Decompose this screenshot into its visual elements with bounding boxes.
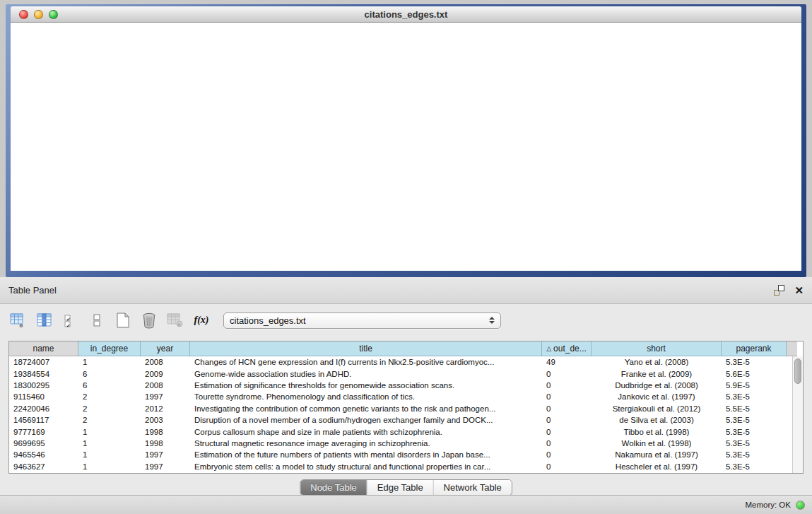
tab-network-table[interactable]: Network Table: [434, 480, 512, 495]
close-panel-icon[interactable]: ✕: [794, 285, 804, 296]
table-row[interactable]: 977716911998Corpus callosum shape and si…: [9, 426, 803, 437]
table-row[interactable]: 969969511998Structural magnetic resonanc…: [9, 438, 803, 449]
cell-in_degree[interactable]: 1: [78, 462, 141, 471]
cell-pagerank[interactable]: 5.3E-5: [722, 358, 787, 366]
cell-name[interactable]: 14569117: [9, 416, 78, 424]
cell-pagerank[interactable]: 5.3E-5: [722, 450, 787, 459]
cell-out_degree[interactable]: 0: [542, 392, 592, 401]
column-header-in_degree[interactable]: in_degree: [78, 341, 141, 356]
table-row[interactable]: 946554611997Estimation of the future num…: [9, 449, 803, 460]
scrollbar-thumb[interactable]: [794, 358, 801, 384]
cell-in_degree[interactable]: 1: [78, 450, 141, 459]
cell-out_degree[interactable]: 0: [542, 404, 592, 413]
cell-out_degree[interactable]: 0: [542, 462, 592, 471]
cell-in_degree[interactable]: 6: [78, 370, 141, 378]
vertical-scrollbar[interactable]: [792, 356, 803, 473]
cell-short[interactable]: Nakamura et al. (1997): [592, 450, 722, 459]
cell-short[interactable]: de Silva et al. (2003): [592, 416, 722, 424]
trash-button[interactable]: [141, 312, 158, 329]
cell-title[interactable]: Disruption of a novel member of a sodium…: [190, 416, 542, 424]
select-rows-checks-icon[interactable]: ✔✔: [62, 312, 79, 329]
cell-in_degree[interactable]: 2: [78, 416, 141, 424]
minimize-window-button[interactable]: [34, 10, 43, 19]
cell-pagerank[interactable]: 5.5E-5: [722, 404, 787, 413]
tab-node-table[interactable]: Node Table: [300, 480, 367, 495]
cell-title[interactable]: Investigating the contribution of common…: [190, 404, 542, 413]
cell-out_degree[interactable]: 0: [542, 416, 592, 424]
cell-name[interactable]: 19384554: [9, 370, 78, 378]
cell-pagerank[interactable]: 5.9E-5: [722, 381, 787, 390]
cell-name[interactable]: 22420046: [9, 404, 78, 413]
cell-name[interactable]: 9777169: [9, 428, 78, 436]
close-window-button[interactable]: [19, 10, 28, 19]
float-panel-icon[interactable]: [774, 285, 784, 296]
cell-in_degree[interactable]: 1: [78, 439, 141, 448]
table-row[interactable]: 911546021997Tourette syndrome. Phenomeno…: [9, 391, 803, 402]
cell-title[interactable]: Embryonic stem cells: a model to study s…: [190, 462, 542, 471]
cell-in_degree[interactable]: 1: [78, 428, 141, 436]
cell-year[interactable]: 2008: [141, 381, 190, 390]
column-header-pagerank[interactable]: pagerank: [722, 341, 787, 356]
cell-out_degree[interactable]: 0: [542, 381, 592, 390]
cell-short[interactable]: Jankovic et al. (1997): [592, 392, 722, 401]
cell-name[interactable]: 9465546: [9, 450, 78, 459]
cell-in_degree[interactable]: 6: [78, 381, 141, 390]
cell-pagerank[interactable]: 5.3E-5: [722, 392, 787, 401]
cell-year[interactable]: 2003: [141, 416, 190, 424]
cell-year[interactable]: 1997: [141, 462, 190, 471]
cell-year[interactable]: 2008: [141, 358, 190, 366]
cell-title[interactable]: Corpus callosum shape and size in male p…: [190, 428, 542, 436]
select-column-button[interactable]: [36, 312, 53, 329]
cell-title[interactable]: Estimation of significance thresholds fo…: [190, 381, 542, 390]
table-row[interactable]: 1872400712008Changes of HCN gene express…: [9, 356, 803, 368]
cell-in_degree[interactable]: 1: [78, 358, 141, 366]
cell-title[interactable]: Changes of HCN gene expression and I(f) …: [190, 358, 542, 366]
window-titlebar[interactable]: citations_edges.txt: [11, 6, 801, 23]
memory-status-indicator[interactable]: [796, 501, 805, 510]
column-header-year[interactable]: year: [141, 341, 190, 356]
cell-name[interactable]: 18724007: [9, 358, 78, 366]
table-row[interactable]: 1938455462009Genome-wide association stu…: [9, 368, 803, 379]
cell-pagerank[interactable]: 5.3E-5: [722, 416, 787, 424]
cell-year[interactable]: 1997: [141, 392, 190, 401]
cell-name[interactable]: 18300295: [9, 381, 78, 390]
function-builder-button[interactable]: f(x): [193, 312, 210, 329]
cell-short[interactable]: Dudbridge et al. (2008): [592, 381, 722, 390]
tab-edge-table[interactable]: Edge Table: [367, 480, 434, 495]
cell-out_degree[interactable]: 49: [542, 358, 592, 366]
cell-short[interactable]: Wolkin et al. (1998): [592, 439, 722, 448]
cell-year[interactable]: 2012: [141, 404, 190, 413]
cell-title[interactable]: Estimation of the future numbers of pati…: [190, 450, 542, 459]
cell-pagerank[interactable]: 5.6E-5: [722, 370, 787, 378]
cell-short[interactable]: Stergiakouli et al. (2012): [592, 404, 722, 413]
cell-short[interactable]: Hescheler et al. (1997): [592, 462, 722, 471]
table-settings-button[interactable]: ⚙: [10, 312, 27, 329]
column-header-title[interactable]: title: [190, 341, 542, 356]
cell-year[interactable]: 2009: [141, 370, 190, 378]
cell-short[interactable]: Tibbo et al. (1998): [592, 428, 722, 436]
table-row[interactable]: 1830029562008Estimation of significance …: [9, 380, 803, 391]
cell-name[interactable]: 9699695: [9, 439, 78, 448]
cell-out_degree[interactable]: 0: [542, 439, 592, 448]
table-row[interactable]: 2242004622012Investigating the contribut…: [9, 403, 803, 414]
cell-title[interactable]: Structural magnetic resonance image aver…: [190, 439, 542, 448]
zoom-window-button[interactable]: [49, 10, 58, 19]
cell-in_degree[interactable]: 2: [78, 392, 141, 401]
cell-short[interactable]: Yano et al. (2008): [592, 358, 722, 366]
new-column-button[interactable]: [114, 312, 131, 329]
cell-out_degree[interactable]: 0: [542, 370, 592, 378]
cell-out_degree[interactable]: 0: [542, 450, 592, 459]
cell-name[interactable]: 9463627: [9, 462, 78, 471]
cell-year[interactable]: 1998: [141, 428, 190, 436]
cell-pagerank[interactable]: 5.3E-5: [722, 439, 787, 448]
cell-out_degree[interactable]: 0: [542, 428, 592, 436]
cell-pagerank[interactable]: 5.3E-5: [722, 428, 787, 436]
column-header-short[interactable]: short: [592, 341, 722, 356]
column-header-out_degree[interactable]: △out_de...: [542, 341, 592, 356]
cell-in_degree[interactable]: 2: [78, 404, 141, 413]
cell-year[interactable]: 1997: [141, 450, 190, 459]
cell-title[interactable]: Tourette syndrome. Phenomenology and cla…: [190, 392, 542, 401]
network-graph-canvas[interactable]: [11, 23, 801, 271]
cell-short[interactable]: Franke et al. (2009): [592, 370, 722, 378]
cell-title[interactable]: Genome-wide association studies in ADHD.: [190, 370, 542, 378]
